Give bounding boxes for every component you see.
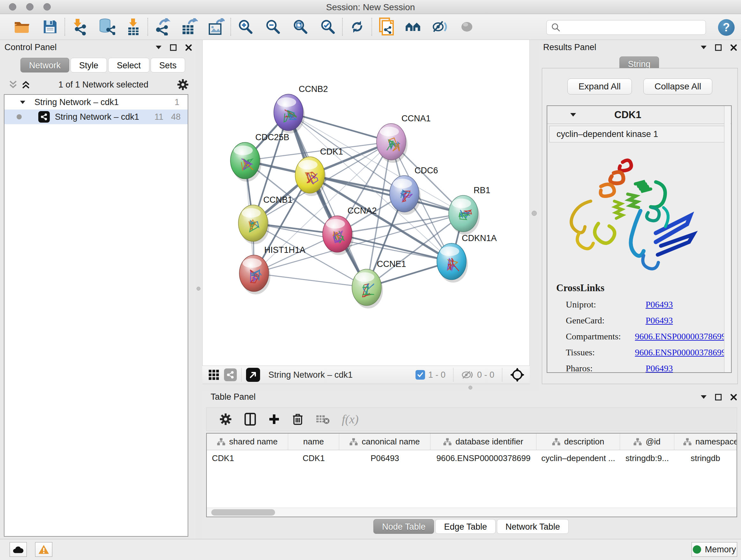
column-header-name[interactable]: name	[288, 434, 339, 450]
export-network-button[interactable]	[153, 17, 172, 36]
panel-dropdown-icon[interactable]	[156, 46, 161, 49]
toolbar-separator	[372, 18, 372, 36]
detach-view-icon[interactable]	[246, 368, 260, 382]
float-panel-icon[interactable]	[715, 44, 722, 51]
right-splitter-handle[interactable]	[532, 211, 537, 216]
node-label-cdc6: CDC6	[414, 166, 438, 175]
network-view-footer: String Network – cdk1 1 - 0 0 - 0	[202, 366, 530, 384]
tab-network-table[interactable]: Network Table	[497, 519, 569, 534]
import-table-file-button[interactable]	[124, 17, 142, 36]
network-node-cdkn1a[interactable]: CDKN1A	[437, 233, 497, 283]
network-collection-row[interactable]: String Network – cdk1 1	[4, 95, 188, 110]
open-session-button[interactable]	[13, 17, 31, 36]
column-header-database-identifier[interactable]: database identifier	[430, 434, 536, 450]
zoom-out-button[interactable]	[264, 17, 282, 36]
network-options-gear-icon[interactable]	[177, 78, 189, 91]
float-panel-icon[interactable]	[170, 44, 177, 51]
node-label-cdkn1a: CDKN1A	[462, 233, 497, 243]
cloud-status-button[interactable]	[10, 542, 27, 557]
search-icon	[551, 23, 561, 32]
network-canvas[interactable]: CCNB2CCNA1CDC25BCDK1CDC6RB1CCNB1CCNA2CDK…	[202, 40, 530, 366]
crosslink-genecard-link[interactable]: P06493	[646, 315, 673, 326]
tab-select[interactable]: Select	[108, 58, 149, 72]
import-network-file-button[interactable]	[70, 17, 89, 36]
network-row[interactable]: String Network – cdk1 11 48	[4, 110, 188, 124]
results-scrollbar[interactable]	[724, 106, 731, 372]
export-table-button[interactable]	[180, 17, 199, 36]
help-button[interactable]: ?	[718, 19, 735, 36]
network-node-ccna1[interactable]: CCNA1	[377, 114, 431, 163]
table-options-gear-icon[interactable]	[219, 413, 232, 426]
collection-expand-icon[interactable]	[20, 101, 25, 104]
show-columns-icon[interactable]	[244, 413, 256, 426]
network-node-rb1[interactable]: RB1	[449, 186, 490, 235]
column-header-canonical-name[interactable]: canonical name	[339, 434, 430, 450]
eye-button[interactable]	[458, 17, 476, 36]
memory-button[interactable]: Memory	[691, 542, 737, 557]
column-header-description[interactable]: description	[536, 434, 620, 450]
network-node-cdc25b[interactable]: CDC25B	[230, 132, 289, 182]
tab-sets[interactable]: Sets	[151, 58, 185, 72]
column-header-namespace[interactable]: namespace	[674, 434, 737, 450]
collapse-all-networks-icon[interactable]	[9, 80, 17, 89]
zoom-selected-button[interactable]	[319, 17, 337, 36]
node-label-cdc25b: CDC25B	[255, 132, 289, 142]
node-label-ccne1: CCNE1	[377, 259, 406, 269]
control-panel: Control Panel NetworkStyleSelectSets 1 o…	[0, 40, 195, 539]
grid-view-icon[interactable]	[208, 369, 219, 381]
network-node-ccnb2[interactable]: CCNB2	[274, 84, 328, 133]
close-panel-icon[interactable]	[185, 44, 192, 51]
string-home-button[interactable]	[404, 17, 422, 36]
tab-network[interactable]: Network	[20, 58, 69, 72]
table-horizontal-scrollbar[interactable]	[207, 508, 737, 516]
network-node-hist1h1a[interactable]: HIST1H1A	[239, 245, 306, 294]
float-panel-icon[interactable]	[715, 394, 722, 401]
crosslinks-heading: CrossLinks	[556, 282, 726, 294]
table-row[interactable]: CDK1 CDK1 P06493 9606.ENSP00000378699 cy…	[207, 450, 737, 466]
import-network-database-button[interactable]	[97, 17, 116, 36]
save-session-button[interactable]	[41, 17, 59, 36]
tab-edge-table[interactable]: Edge Table	[435, 519, 495, 534]
expand-all-button[interactable]: Expand All	[567, 78, 632, 95]
memory-status-dot	[693, 545, 701, 554]
export-image-button[interactable]	[207, 17, 225, 36]
birds-eye-view-icon[interactable]	[510, 368, 525, 382]
delete-column-icon[interactable]	[292, 413, 304, 426]
crosslink-compartments-link[interactable]: 9606.ENSP00000378699	[635, 331, 726, 341]
string-network-graph[interactable]: CCNB2CCNA1CDC25BCDK1CDC6RB1CCNB1CCNA2CDK…	[203, 40, 530, 366]
main-toolbar: ?	[0, 14, 741, 40]
network-node-cdc6[interactable]: CDC6	[390, 166, 438, 215]
column-header-shared-name[interactable]: shared name	[207, 434, 288, 450]
close-panel-icon[interactable]	[730, 44, 737, 51]
warnings-button[interactable]	[35, 542, 52, 557]
toolbar-separator	[64, 18, 65, 36]
scrollbar-thumb[interactable]	[211, 509, 275, 516]
gene-collapse-icon[interactable]	[570, 113, 576, 117]
network-view-share-icon[interactable]	[224, 368, 237, 381]
fit-content-button[interactable]	[291, 17, 310, 36]
add-column-icon[interactable]	[268, 414, 280, 425]
string-import-button[interactable]	[377, 17, 396, 36]
network-node-ccne1[interactable]: CCNE1	[352, 259, 406, 308]
panel-dropdown-icon[interactable]	[701, 46, 706, 49]
selected-checkbox-icon[interactable]	[415, 370, 425, 380]
panel-dropdown-icon[interactable]	[701, 395, 706, 399]
network-node-ccna2[interactable]: CCNA2	[323, 206, 377, 255]
search-input[interactable]	[561, 23, 698, 33]
column-header-id[interactable]: @id	[620, 434, 674, 450]
refresh-view-button[interactable]	[348, 17, 366, 36]
table-panel-title: Table Panel	[211, 392, 256, 402]
crosslink-tissues-link[interactable]: 9606.ENSP00000378699	[635, 348, 726, 358]
string-hide-glass-button[interactable]	[431, 17, 449, 36]
left-splitter-handle[interactable]	[197, 287, 200, 291]
search-box[interactable]	[546, 20, 706, 35]
zoom-in-button[interactable]	[236, 17, 255, 36]
close-panel-icon[interactable]	[730, 394, 737, 401]
expand-all-networks-icon[interactable]	[22, 80, 30, 89]
tab-node-table[interactable]: Node Table	[374, 519, 434, 534]
crosslink-uniprot-link[interactable]: P06493	[646, 300, 673, 310]
crosslink-pharos-link[interactable]: P06493	[646, 363, 673, 374]
tab-style[interactable]: Style	[71, 58, 107, 72]
collapse-all-button[interactable]: Collapse All	[643, 78, 712, 95]
gene-symbol: CDK1	[614, 109, 641, 121]
